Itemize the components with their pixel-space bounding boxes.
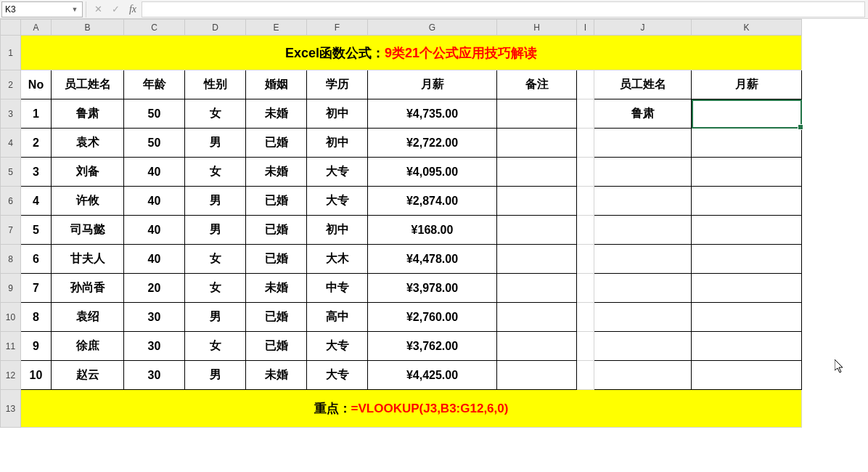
cell-remark[interactable]	[497, 187, 577, 216]
cell-I4[interactable]	[577, 129, 594, 158]
cell-gender[interactable]: 女	[185, 99, 246, 129]
cell-name[interactable]: 刘备	[52, 158, 124, 187]
cell-gender[interactable]: 男	[185, 303, 246, 332]
cell-J12[interactable]	[594, 361, 692, 390]
cell-name[interactable]: 鲁肃	[52, 99, 124, 129]
row-header-4[interactable]: 4	[1, 129, 21, 158]
lookup-salary-value[interactable]	[692, 99, 802, 129]
header-lookup-name[interactable]: 员工姓名	[594, 70, 692, 99]
cell-remark[interactable]	[497, 332, 577, 361]
col-header-C[interactable]: C	[124, 20, 185, 36]
cell-education[interactable]: 初中	[307, 129, 368, 158]
cell-name[interactable]: 袁术	[52, 129, 124, 158]
col-header-E[interactable]: E	[246, 20, 307, 36]
cell-gender[interactable]: 男	[185, 361, 246, 390]
cell-J11[interactable]	[594, 332, 692, 361]
cell-gender[interactable]: 男	[185, 129, 246, 158]
cell-remark[interactable]	[497, 99, 577, 129]
cell-education[interactable]: 初中	[307, 216, 368, 245]
cell-education[interactable]: 大专	[307, 332, 368, 361]
cell-marital[interactable]: 已婚	[246, 245, 307, 274]
cell-K12[interactable]	[692, 361, 802, 390]
cell-J10[interactable]	[594, 303, 692, 332]
header-marital[interactable]: 婚姻	[246, 70, 307, 99]
row-header-12[interactable]: 12	[1, 361, 21, 390]
chevron-down-icon[interactable]: ▼	[70, 6, 79, 13]
cell-no[interactable]: 4	[21, 187, 52, 216]
cell-age[interactable]: 40	[124, 187, 185, 216]
header-gender[interactable]: 性别	[185, 70, 246, 99]
col-header-F[interactable]: F	[307, 20, 368, 36]
cell-salary[interactable]: ¥4,478.00	[368, 245, 497, 274]
header-remark[interactable]: 备注	[497, 70, 577, 99]
cell-I11[interactable]	[577, 332, 594, 361]
cell-I3[interactable]	[577, 99, 594, 129]
cell-name[interactable]: 徐庶	[52, 332, 124, 361]
col-header-D[interactable]: D	[185, 20, 246, 36]
cell-I12[interactable]	[577, 361, 594, 390]
cell-age[interactable]: 40	[124, 245, 185, 274]
cell-marital[interactable]: 已婚	[246, 187, 307, 216]
header-no[interactable]: No	[21, 70, 52, 99]
cell-marital[interactable]: 已婚	[246, 303, 307, 332]
lookup-name-value[interactable]: 鲁肃	[594, 99, 692, 129]
cell-K11[interactable]	[692, 332, 802, 361]
row-header-11[interactable]: 11	[1, 332, 21, 361]
row-header-8[interactable]: 8	[1, 245, 21, 274]
cell-no[interactable]: 7	[21, 274, 52, 303]
row-header-2[interactable]: 2	[1, 70, 21, 99]
header-education[interactable]: 学历	[307, 70, 368, 99]
cell-K7[interactable]	[692, 216, 802, 245]
row-header-10[interactable]: 10	[1, 303, 21, 332]
cell-education[interactable]: 中专	[307, 274, 368, 303]
cell-J5[interactable]	[594, 158, 692, 187]
cell-gender[interactable]: 女	[185, 158, 246, 187]
cell-no[interactable]: 5	[21, 216, 52, 245]
cell-J9[interactable]	[594, 274, 692, 303]
cell-I9[interactable]	[577, 274, 594, 303]
cell-remark[interactable]	[497, 158, 577, 187]
row-header-1[interactable]: 1	[1, 36, 21, 70]
cell-K9[interactable]	[692, 274, 802, 303]
cell-marital[interactable]: 未婚	[246, 158, 307, 187]
row-header-7[interactable]: 7	[1, 216, 21, 245]
cell-K8[interactable]	[692, 245, 802, 274]
col-header-I[interactable]: I	[577, 20, 594, 36]
cell-no[interactable]: 8	[21, 303, 52, 332]
cell-J8[interactable]	[594, 245, 692, 274]
cell-education[interactable]: 高中	[307, 303, 368, 332]
cell-I10[interactable]	[577, 303, 594, 332]
cell-salary[interactable]: ¥3,762.00	[368, 332, 497, 361]
cell-marital[interactable]: 已婚	[246, 216, 307, 245]
cell-gender[interactable]: 男	[185, 187, 246, 216]
cell-salary[interactable]: ¥2,874.00	[368, 187, 497, 216]
cell-no[interactable]: 2	[21, 129, 52, 158]
cell-age[interactable]: 30	[124, 303, 185, 332]
cell-remark[interactable]	[497, 216, 577, 245]
cell-marital[interactable]: 未婚	[246, 361, 307, 390]
cell-I6[interactable]	[577, 187, 594, 216]
cell-gender[interactable]: 女	[185, 274, 246, 303]
cell-no[interactable]: 6	[21, 245, 52, 274]
cell-education[interactable]: 大专	[307, 187, 368, 216]
cell-marital[interactable]: 未婚	[246, 274, 307, 303]
cell-salary[interactable]: ¥4,735.00	[368, 99, 497, 129]
cell-education[interactable]: 大专	[307, 158, 368, 187]
col-header-G[interactable]: G	[368, 20, 497, 36]
cell-age[interactable]: 50	[124, 129, 185, 158]
col-header-J[interactable]: J	[594, 20, 692, 36]
cell-education[interactable]: 大木	[307, 245, 368, 274]
header-age[interactable]: 年龄	[124, 70, 185, 99]
cell-no[interactable]: 9	[21, 332, 52, 361]
cell-no[interactable]: 1	[21, 99, 52, 129]
cell-I2[interactable]	[577, 70, 594, 99]
cell-remark[interactable]	[497, 274, 577, 303]
cell-salary[interactable]: ¥168.00	[368, 216, 497, 245]
cell-gender[interactable]: 女	[185, 332, 246, 361]
select-all-corner[interactable]	[1, 20, 21, 36]
name-box[interactable]: K3 ▼	[1, 1, 83, 17]
header-salary[interactable]: 月薪	[368, 70, 497, 99]
cell-name[interactable]: 甘夫人	[52, 245, 124, 274]
row-header-13[interactable]: 13	[1, 390, 21, 428]
cell-age[interactable]: 20	[124, 274, 185, 303]
